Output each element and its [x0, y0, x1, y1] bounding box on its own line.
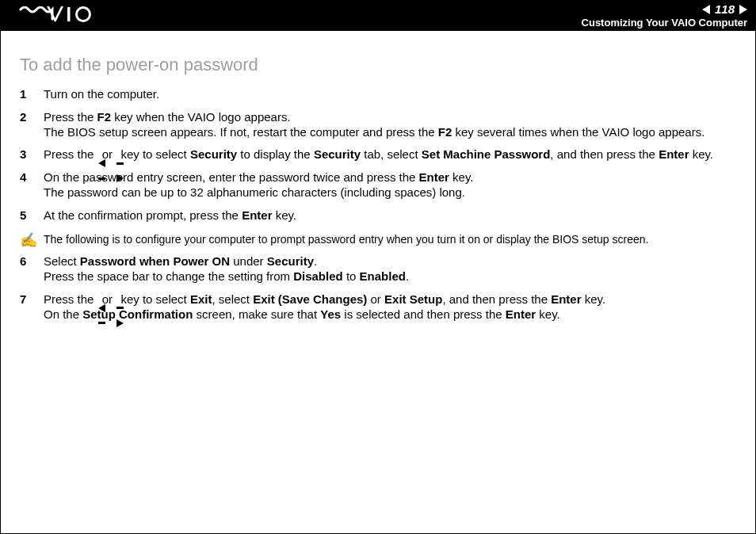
step-body: Turn on the computer. — [44, 87, 736, 102]
step-number: 6 — [20, 254, 44, 284]
step-item: 2Press the F2 key when the VAIO logo app… — [20, 106, 736, 144]
svg-point-1 — [77, 8, 90, 21]
header-bar: 118 Customizing Your VAIO Computer — [1, 1, 755, 31]
page: 118 Customizing Your VAIO Computer To ad… — [0, 0, 756, 534]
note-text: The following is to configure your compu… — [44, 233, 736, 246]
step-body: Press the F2 key when the VAIO logo appe… — [44, 110, 736, 140]
step-item: 4On the password entry screen, enter the… — [20, 166, 736, 204]
step-item: 5At the confirmation prompt, press the E… — [20, 204, 736, 227]
header-right: 118 Customizing Your VAIO Computer — [582, 3, 747, 29]
step-number: 4 — [20, 170, 44, 200]
next-page-icon[interactable] — [739, 5, 747, 14]
svg-rect-0 — [67, 7, 71, 21]
page-number: 118 — [715, 3, 735, 17]
steps-list: 1Turn on the computer.2Press the F2 key … — [20, 83, 736, 227]
step-body: At the confirmation prompt, press the En… — [44, 208, 736, 223]
steps-list-2: 6Select Password when Power ON under Sec… — [20, 250, 736, 326]
section-title: Customizing Your VAIO Computer — [582, 17, 747, 29]
vaio-logo — [17, 6, 104, 25]
step-item: 1Turn on the computer. — [20, 83, 736, 106]
page-heading: To add the power-on password — [20, 55, 736, 75]
note: ✍ The following is to configure your com… — [20, 233, 736, 247]
step-number: 5 — [20, 208, 44, 223]
page-navigator: 118 — [702, 3, 747, 17]
step-body: On the password entry screen, enter the … — [44, 170, 736, 200]
step-number: 1 — [20, 87, 44, 102]
step-item: 3Press the or key to select Security to … — [20, 143, 736, 166]
step-number: 7 — [20, 292, 44, 322]
prev-page-icon[interactable] — [702, 5, 710, 14]
note-icon: ✍ — [20, 233, 44, 247]
step-number: 3 — [20, 147, 44, 162]
step-item: 7Press the or key to select Exit, select… — [20, 288, 736, 326]
step-item: 6Select Password when Power ON under Sec… — [20, 250, 736, 288]
step-body: Press the or key to select Security to d… — [44, 147, 736, 162]
content: To add the power-on password 1Turn on th… — [1, 31, 755, 326]
step-body: Select Password when Power ON under Secu… — [44, 254, 736, 284]
step-body: Press the or key to select Exit, select … — [44, 292, 736, 322]
step-number: 2 — [20, 110, 44, 140]
